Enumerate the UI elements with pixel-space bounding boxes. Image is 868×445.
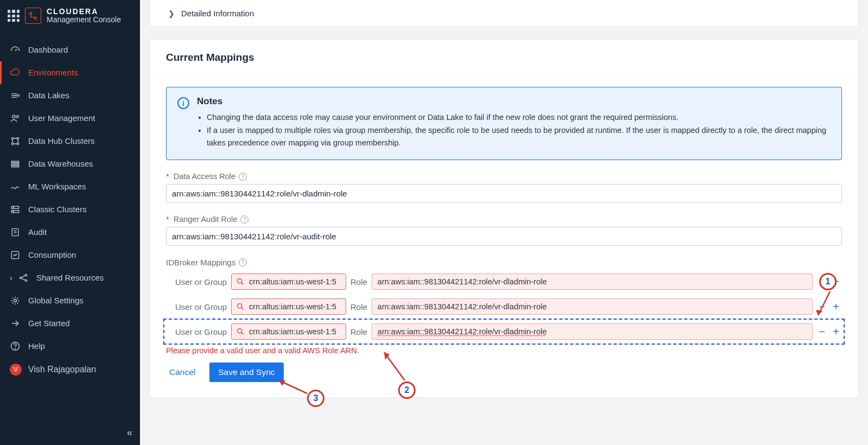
role-input[interactable]: arn:aws:iam::981304421142:role/vr-dladmi… [372,274,813,290]
sidebar-item-label: Shared Resources [36,273,104,282]
sidebar-item-audit[interactable]: Audit [0,221,140,244]
svg-point-15 [13,211,14,212]
consumption-icon [10,250,21,260]
sidebar-item-label: Consumption [28,250,76,259]
sidebar-item-global-settings[interactable]: Global Settings [0,289,140,312]
sidebar-item-consumption[interactable]: Consumption [0,244,140,266]
brand-subtitle: Management Console [47,16,121,24]
svg-point-1 [34,17,36,20]
chevron-right-icon: › [10,273,12,282]
note-item: If a user is mapped to multiple roles vi… [207,124,831,149]
ranger-audit-role-label: * Ranger Audit Role ? [166,215,842,224]
svg-point-6 [17,137,18,139]
sidebar-item-get-started[interactable]: Get Started [0,312,140,335]
svg-point-4 [16,115,18,117]
user-or-group-label: User or Group [167,302,227,312]
sidebar-item-help[interactable]: Help [0,335,140,358]
remove-row-button[interactable]: − [817,301,827,313]
user-or-group-label: User or Group [167,327,227,336]
server-icon [10,204,21,215]
annotation-2: 2 [398,382,416,399]
sidebar-item-label: Data Lakes [28,91,69,100]
sidebar-item-label: Data Warehouses [28,159,93,168]
user-name: Vish Rajagopalan [28,365,96,374]
sidebar-item-ml-workspaces[interactable]: ML Workspaces [0,175,140,198]
add-row-button[interactable]: + [831,301,841,313]
svg-point-2 [17,94,19,96]
sidebar-item-label: Classic Clusters [28,205,87,214]
sidebar-item-user-management[interactable]: User Management [0,107,140,130]
datalake-icon [10,90,21,101]
sidebar-item-environments[interactable]: Environments [0,61,140,84]
sidebar-user[interactable]: V Vish Rajagopalan [0,358,140,382]
sidebar-item-label: ML Workspaces [28,182,86,191]
cluster-icon [10,136,21,147]
mapping-row: User or Group crn:altus:iam:us-west-1:5 … [166,271,842,292]
svg-point-23 [15,348,16,348]
audit-icon [10,227,21,238]
role-input[interactable]: arn:aws:iam::981304421142:role/vr-dladmi… [372,298,813,315]
help-icon[interactable]: ? [240,215,248,224]
help-icon [10,341,21,352]
cancel-button[interactable]: Cancel [166,363,199,382]
svg-rect-10 [11,163,18,165]
svg-point-7 [11,143,13,144]
sidebar: CLOUDERA Management Console Dashboard En… [0,0,140,445]
apps-grid-icon[interactable] [8,10,20,22]
search-icon [236,277,245,286]
role-input[interactable]: arn:aws:iam::981304421142:role/vr-dladmi… [372,323,813,340]
sidebar-item-label: Help [28,341,45,351]
section-title: Current Mappings [150,40,858,74]
role-label: Role [350,302,367,312]
nav: Dashboard Environments Data Lakes User M… [0,33,140,445]
search-icon [236,302,245,311]
svg-point-25 [238,304,242,308]
brand-header: CLOUDERA Management Console [0,0,140,33]
user-or-group-input[interactable]: crn:altus:iam:us-west-1:5 [231,274,346,290]
warehouse-icon [10,158,21,169]
notes-title: Notes [197,96,831,107]
gauge-icon [10,44,21,55]
svg-point-19 [25,274,27,276]
svg-line-31 [279,380,307,393]
sidebar-item-data-warehouses[interactable]: Data Warehouses [0,152,140,175]
brand-title: CLOUDERA [47,8,121,16]
svg-point-26 [238,329,242,333]
svg-point-18 [20,277,21,278]
sidebar-item-dashboard[interactable]: Dashboard [0,39,140,61]
sidebar-item-classic-clusters[interactable]: Classic Clusters [0,198,140,221]
svg-point-0 [30,12,32,15]
sidebar-item-data-hub-clusters[interactable]: Data Hub Clusters [0,130,140,152]
svg-point-3 [12,115,15,118]
sidebar-item-data-lakes[interactable]: Data Lakes [0,84,140,107]
search-icon [236,327,245,336]
data-access-role-input[interactable] [166,184,842,203]
ranger-audit-role-input[interactable] [166,227,842,246]
annotation-3: 3 [307,390,324,407]
sidebar-item-shared-resources[interactable]: › Shared Resources [0,266,140,289]
mapping-row: User or Group crn:altus:iam:us-west-1:5 … [166,296,842,317]
share-icon [18,272,29,283]
add-row-button[interactable]: + [831,326,841,338]
save-and-sync-button[interactable]: Save and Sync [209,363,283,382]
help-icon[interactable]: ? [239,258,247,266]
svg-point-5 [11,137,13,139]
detailed-info-card: ❯ Detailed Information [150,0,858,27]
avatar: V [10,364,22,376]
svg-rect-11 [11,166,18,167]
sidebar-item-label: Environments [28,68,78,77]
collapse-sidebar-button[interactable]: « [127,427,132,438]
detailed-info-toggle[interactable]: ❯ Detailed Information [150,0,858,27]
mappings-card: Current Mappings i Notes Changing the da… [150,40,858,397]
sidebar-item-label: Global Settings [28,296,84,305]
user-or-group-input[interactable]: crn:altus:iam:us-west-1:5 [231,323,346,340]
user-or-group-input[interactable]: crn:altus:iam:us-west-1:5 [231,298,346,315]
remove-row-button[interactable]: − [817,326,827,338]
svg-point-20 [25,279,27,281]
main-content: ❯ Detailed Information Current Mappings … [140,0,868,445]
role-label: Role [350,327,367,336]
validation-error: Please provide a valid user and a valid … [166,346,842,355]
svg-point-8 [17,143,18,144]
svg-rect-16 [12,228,18,236]
help-icon[interactable]: ? [239,173,247,181]
